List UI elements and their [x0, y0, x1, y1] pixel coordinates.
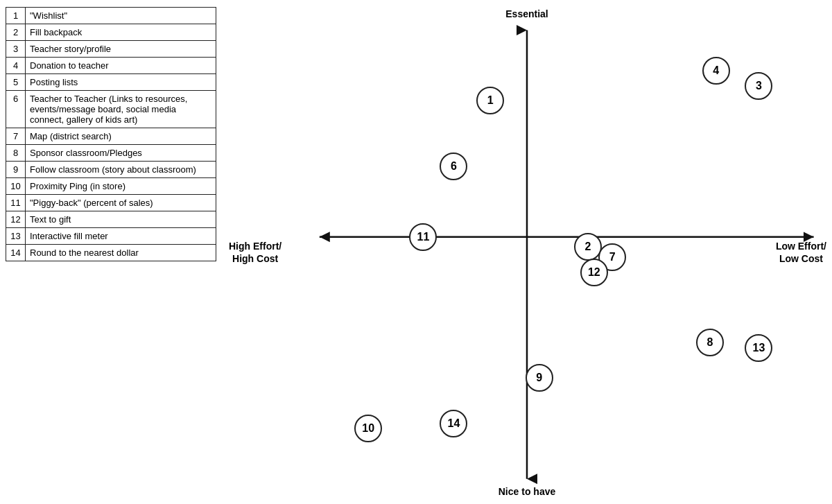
- row-label: "Piggy-back" (percent of sales): [26, 195, 216, 211]
- row-num: 3: [6, 41, 26, 58]
- row-label: Teacher story/profile: [26, 41, 216, 58]
- table-row: 10Proximity Ping (in store): [6, 178, 216, 195]
- table-row: 11"Piggy-back" (percent of sales): [6, 195, 216, 211]
- table-row: 7Map (district search): [6, 128, 216, 145]
- circle-8: 8: [696, 329, 724, 356]
- feature-list: 1"Wishlist"2Fill backpack3Teacher story/…: [6, 7, 216, 261]
- circle-6: 6: [440, 153, 467, 180]
- row-label: Round to the nearest dollar: [26, 245, 216, 261]
- row-num: 12: [6, 211, 26, 228]
- row-num: 8: [6, 145, 26, 162]
- circle-2: 2: [574, 233, 602, 261]
- row-label: Sponsor classroom/Pledges: [26, 145, 216, 162]
- feature-table: 1"Wishlist"2Fill backpack3Teacher story/…: [0, 0, 222, 504]
- table-row: 1"Wishlist": [6, 8, 216, 24]
- row-num: 13: [6, 228, 26, 245]
- circle-10: 10: [354, 415, 382, 442]
- circle-13: 13: [745, 334, 772, 362]
- table-row: 3Teacher story/profile: [6, 41, 216, 58]
- row-num: 4: [6, 58, 26, 74]
- row-label: Map (district search): [26, 128, 216, 145]
- circle-3: 3: [745, 72, 772, 100]
- row-label: Text to gift: [26, 211, 216, 228]
- row-num: 6: [6, 91, 26, 128]
- table-row: 14Round to the nearest dollar: [6, 245, 216, 261]
- circle-14: 14: [440, 410, 467, 437]
- circle-1: 1: [476, 87, 504, 114]
- circle-4: 4: [702, 57, 730, 85]
- circle-9: 9: [526, 364, 553, 392]
- row-num: 2: [6, 24, 26, 41]
- row-num: 14: [6, 245, 26, 261]
- row-label: Follow classroom (story about classroom): [26, 162, 216, 178]
- table-row: 9Follow classroom (story about classroom…: [6, 162, 216, 178]
- row-label: Fill backpack: [26, 24, 216, 41]
- table-row: 8Sponsor classroom/Pledges: [6, 145, 216, 162]
- circle-12: 12: [580, 259, 608, 286]
- table-row: 6Teacher to Teacher (Links to resources,…: [6, 91, 216, 128]
- row-label: Proximity Ping (in store): [26, 178, 216, 195]
- circle-11: 11: [409, 223, 437, 251]
- table-row: 2Fill backpack: [6, 24, 216, 41]
- chart-section: Essential Nice to have High Effort/High …: [222, 0, 832, 504]
- row-num: 7: [6, 128, 26, 145]
- row-num: 9: [6, 162, 26, 178]
- row-label: Interactive fill meter: [26, 228, 216, 245]
- row-label: Posting lists: [26, 74, 216, 91]
- row-num: 11: [6, 195, 26, 211]
- row-label: "Wishlist": [26, 8, 216, 24]
- table-row: 5Posting lists: [6, 74, 216, 91]
- row-label: Donation to teacher: [26, 58, 216, 74]
- row-num: 5: [6, 74, 26, 91]
- row-label: Teacher to Teacher (Links to resources, …: [26, 91, 216, 128]
- row-num: 10: [6, 178, 26, 195]
- row-num: 1: [6, 8, 26, 24]
- table-row: 4Donation to teacher: [6, 58, 216, 74]
- table-row: 12Text to gift: [6, 211, 216, 228]
- table-row: 13Interactive fill meter: [6, 228, 216, 245]
- chart-area: Essential Nice to have High Effort/High …: [222, 0, 832, 504]
